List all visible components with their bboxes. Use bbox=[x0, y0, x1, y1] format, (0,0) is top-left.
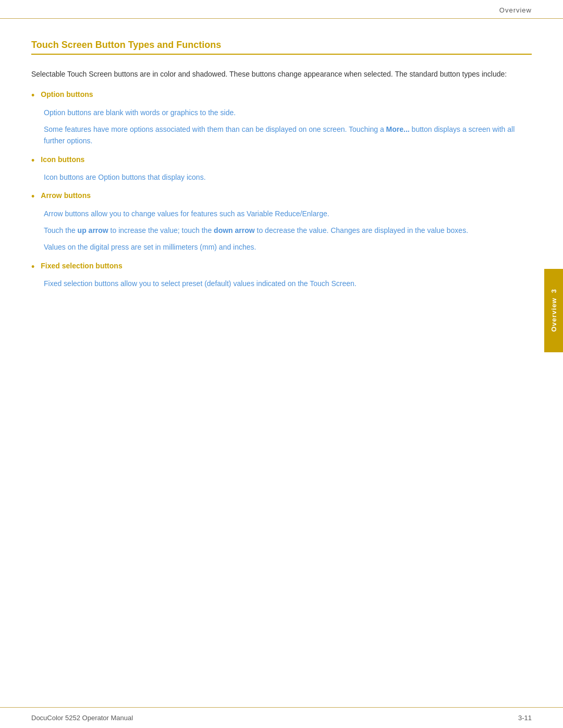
bullet-para-arrow-2: Touch the up arrow to increase the value… bbox=[44, 225, 532, 236]
bullet-dot-option: • bbox=[31, 89, 34, 102]
bullet-heading-fixed: Fixed selection buttons bbox=[41, 262, 122, 270]
bullet-body-icon: Icon buttons are Option buttons that dis… bbox=[31, 171, 532, 183]
side-tab: 3 Overview bbox=[544, 269, 563, 352]
bullet-para-arrow-1: Arrow buttons allow you to change values… bbox=[44, 208, 532, 219]
header-title: Overview bbox=[499, 6, 532, 14]
side-tab-text: Overview bbox=[550, 298, 558, 332]
bullet-heading-icon: Icon buttons bbox=[41, 155, 84, 164]
list-item-fixed-buttons: • Fixed selection buttons Fixed selectio… bbox=[31, 262, 532, 290]
page-footer: DocuColor 5252 Operator Manual 3-11 bbox=[0, 707, 563, 728]
bullet-dot-arrow: • bbox=[31, 190, 34, 203]
bullet-para-option-2: Some features have more options associat… bbox=[44, 124, 532, 147]
bullet-dot-fixed: • bbox=[31, 261, 34, 274]
intro-text: Selectable Touch Screen buttons are in c… bbox=[31, 68, 532, 80]
bullet-heading-option: Option buttons bbox=[41, 90, 93, 98]
down-arrow-bold: down arrow bbox=[214, 226, 255, 235]
bullet-list: • Option buttons Option buttons are blan… bbox=[31, 90, 532, 289]
bullet-para-option-1: Option buttons are blank with words or g… bbox=[44, 107, 532, 118]
bullet-para-fixed-1: Fixed selection buttons allow you to sel… bbox=[44, 278, 532, 289]
list-item-icon-buttons: • Icon buttons Icon buttons are Option b… bbox=[31, 155, 532, 183]
bullet-header-arrow: • Arrow buttons bbox=[31, 191, 532, 203]
footer-manual-title: DocuColor 5252 Operator Manual bbox=[31, 714, 133, 722]
bullet-heading-arrow: Arrow buttons bbox=[41, 191, 91, 200]
top-header: Overview bbox=[0, 0, 563, 19]
bullet-body-option: Option buttons are blank with words or g… bbox=[31, 107, 532, 147]
footer-page-number: 3-11 bbox=[518, 714, 532, 722]
up-arrow-bold: up arrow bbox=[78, 226, 108, 235]
page-container: Overview Touch Screen Button Types and F… bbox=[0, 0, 563, 728]
list-item-arrow-buttons: • Arrow buttons Arrow buttons allow you … bbox=[31, 191, 532, 253]
bullet-header-option: • Option buttons bbox=[31, 90, 532, 102]
bullet-dot-icon: • bbox=[31, 154, 34, 167]
side-tab-number: 3 bbox=[550, 289, 558, 293]
bullet-header-icon: • Icon buttons bbox=[31, 155, 532, 167]
bullet-para-icon-1: Icon buttons are Option buttons that dis… bbox=[44, 171, 532, 183]
bullet-header-fixed: • Fixed selection buttons bbox=[31, 262, 532, 274]
more-bold: More... bbox=[386, 125, 410, 133]
bullet-para-arrow-3: Values on the digital press are set in m… bbox=[44, 241, 532, 253]
main-content: Touch Screen Button Types and Functions … bbox=[0, 19, 563, 707]
bullet-body-arrow: Arrow buttons allow you to change values… bbox=[31, 208, 532, 253]
list-item-option-buttons: • Option buttons Option buttons are blan… bbox=[31, 90, 532, 146]
bullet-body-fixed: Fixed selection buttons allow you to sel… bbox=[31, 278, 532, 289]
section-title: Touch Screen Button Types and Functions bbox=[31, 40, 532, 55]
